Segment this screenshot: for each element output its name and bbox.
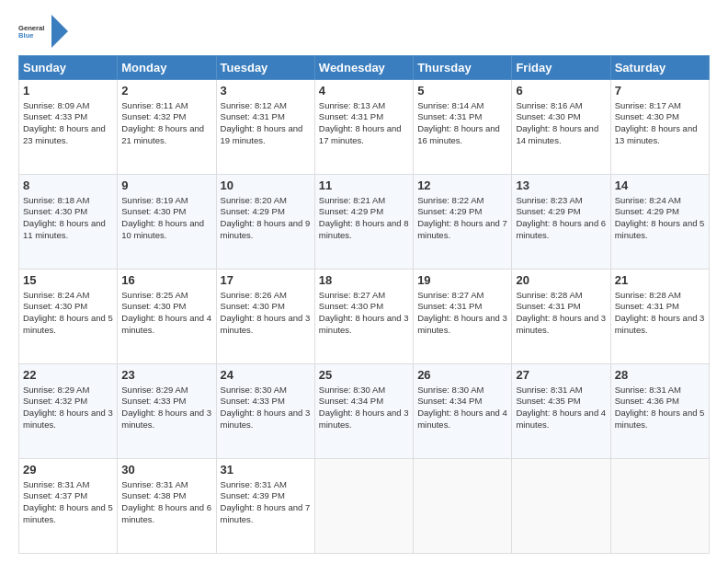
day-info-line: Sunset: 4:39 PM [221, 490, 311, 502]
day-info-line: Sunset: 4:30 PM [121, 301, 211, 313]
calendar-cell: 15Sunrise: 8:24 AMSunset: 4:30 PMDayligh… [19, 270, 118, 364]
col-header-wednesday: Wednesday [314, 56, 413, 80]
calendar-cell: 30Sunrise: 8:31 AMSunset: 4:38 PMDayligh… [118, 459, 216, 554]
day-info-line: Daylight: 8 hours and 3 minutes. [319, 408, 409, 431]
day-info-line: Sunrise: 8:26 AM [221, 290, 311, 302]
calendar-cell: 10Sunrise: 8:20 AMSunset: 4:29 PMDayligh… [216, 175, 314, 270]
day-info-line: Daylight: 8 hours and 9 minutes. [221, 218, 311, 242]
calendar-cell: 6Sunrise: 8:16 AMSunset: 4:30 PMDaylight… [512, 80, 610, 175]
day-info-line: Sunrise: 8:27 AM [417, 290, 507, 302]
day-info-line: Sunrise: 8:20 AM [221, 195, 311, 207]
calendar-cell: 28Sunrise: 8:31 AMSunset: 4:36 PMDayligh… [610, 364, 709, 459]
day-info-line: Daylight: 8 hours and 5 minutes. [23, 313, 113, 337]
day-number: 14 [615, 178, 705, 194]
day-info-line: Sunrise: 8:22 AM [417, 195, 507, 207]
page: General Blue SundayMondayTuesdayWednesda… [0, 0, 728, 563]
day-number: 29 [23, 462, 113, 478]
day-number: 30 [121, 462, 211, 478]
svg-text:Blue: Blue [18, 31, 34, 40]
calendar-cell: 3Sunrise: 8:12 AMSunset: 4:31 PMDaylight… [216, 80, 314, 175]
day-info-line: Sunset: 4:36 PM [615, 396, 705, 408]
day-info-line: Sunset: 4:30 PM [615, 111, 705, 123]
day-info-line: Sunset: 4:31 PM [417, 301, 507, 313]
calendar-cell: 27Sunrise: 8:31 AMSunset: 4:35 PMDayligh… [512, 364, 610, 459]
day-info-line: Daylight: 8 hours and 3 minutes. [319, 313, 409, 337]
col-header-sunday: Sunday [19, 56, 118, 80]
day-info-line: Sunrise: 8:19 AM [121, 195, 211, 207]
day-number: 9 [121, 178, 211, 194]
day-number: 8 [23, 178, 113, 194]
day-info-line: Sunrise: 8:31 AM [121, 479, 211, 491]
day-number: 28 [615, 367, 705, 384]
day-info-line: Daylight: 8 hours and 11 minutes. [23, 218, 113, 242]
day-number: 11 [319, 178, 409, 194]
calendar-cell: 26Sunrise: 8:30 AMSunset: 4:34 PMDayligh… [414, 364, 512, 459]
calendar-cell: 14Sunrise: 8:24 AMSunset: 4:29 PMDayligh… [610, 175, 709, 270]
calendar-cell: 11Sunrise: 8:21 AMSunset: 4:29 PMDayligh… [314, 175, 413, 270]
day-info-line: Sunset: 4:34 PM [319, 396, 409, 408]
header: General Blue [18, 15, 710, 48]
day-number: 21 [615, 272, 705, 289]
calendar-cell: 1Sunrise: 8:09 AMSunset: 4:33 PMDaylight… [19, 80, 118, 175]
day-info-line: Daylight: 8 hours and 21 minutes. [121, 123, 211, 147]
calendar-cell: 17Sunrise: 8:26 AMSunset: 4:30 PMDayligh… [216, 270, 314, 364]
day-info-line: Sunrise: 8:11 AM [121, 100, 211, 112]
day-info-line: Sunset: 4:29 PM [319, 206, 409, 218]
calendar-cell: 25Sunrise: 8:30 AMSunset: 4:34 PMDayligh… [314, 364, 413, 459]
day-info-line: Sunrise: 8:24 AM [615, 195, 705, 207]
logo: General Blue [18, 15, 68, 48]
day-info-line: Sunset: 4:30 PM [23, 301, 113, 313]
day-info-line: Sunrise: 8:12 AM [221, 100, 311, 112]
calendar-cell: 8Sunrise: 8:18 AMSunset: 4:30 PMDaylight… [19, 175, 118, 270]
day-info-line: Daylight: 8 hours and 4 minutes. [121, 313, 211, 337]
day-number: 4 [319, 83, 409, 99]
day-info-line: Sunrise: 8:21 AM [319, 195, 409, 207]
day-info-line: Daylight: 8 hours and 10 minutes. [121, 218, 211, 242]
day-info-line: Sunset: 4:33 PM [121, 396, 211, 408]
day-info-line: Daylight: 8 hours and 16 minutes. [417, 123, 507, 147]
day-number: 16 [121, 272, 211, 289]
day-info-line: Daylight: 8 hours and 5 minutes. [615, 408, 705, 431]
day-info-line: Daylight: 8 hours and 14 minutes. [516, 123, 606, 147]
day-number: 10 [221, 178, 311, 194]
day-info-line: Sunrise: 8:16 AM [516, 100, 606, 112]
day-info-line: Sunset: 4:29 PM [615, 206, 705, 218]
day-info-line: Daylight: 8 hours and 3 minutes. [221, 313, 311, 337]
day-number: 17 [221, 272, 311, 289]
day-info-line: Daylight: 8 hours and 8 minutes. [319, 218, 409, 242]
calendar-cell: 29Sunrise: 8:31 AMSunset: 4:37 PMDayligh… [19, 459, 118, 554]
day-info-line: Sunrise: 8:17 AM [615, 100, 705, 112]
calendar-cell: 20Sunrise: 8:28 AMSunset: 4:31 PMDayligh… [512, 270, 610, 364]
calendar-cell [512, 459, 610, 554]
day-info-line: Sunset: 4:38 PM [121, 490, 211, 502]
day-number: 27 [516, 367, 606, 384]
day-info-line: Sunrise: 8:13 AM [319, 100, 409, 112]
col-header-saturday: Saturday [610, 56, 709, 80]
day-info-line: Sunset: 4:32 PM [121, 111, 211, 123]
calendar-cell: 2Sunrise: 8:11 AMSunset: 4:32 PMDaylight… [118, 80, 216, 175]
week-row-3: 15Sunrise: 8:24 AMSunset: 4:30 PMDayligh… [19, 270, 710, 364]
day-info-line: Daylight: 8 hours and 13 minutes. [615, 123, 705, 147]
day-info-line: Sunset: 4:30 PM [121, 206, 211, 218]
week-row-1: 1Sunrise: 8:09 AMSunset: 4:33 PMDaylight… [19, 80, 710, 175]
day-number: 7 [615, 83, 705, 99]
day-info-line: Sunset: 4:35 PM [516, 396, 606, 408]
day-number: 5 [417, 83, 507, 99]
svg-marker-2 [51, 15, 68, 48]
day-info-line: Daylight: 8 hours and 3 minutes. [615, 313, 705, 337]
day-info-line: Sunset: 4:33 PM [221, 396, 311, 408]
day-number: 31 [221, 462, 311, 478]
day-info-line: Sunrise: 8:27 AM [319, 290, 409, 302]
week-row-5: 29Sunrise: 8:31 AMSunset: 4:37 PMDayligh… [19, 459, 710, 554]
day-info-line: Sunset: 4:30 PM [23, 206, 113, 218]
week-row-4: 22Sunrise: 8:29 AMSunset: 4:32 PMDayligh… [19, 364, 710, 459]
calendar-cell: 13Sunrise: 8:23 AMSunset: 4:29 PMDayligh… [512, 175, 610, 270]
logo-svg: General Blue [18, 15, 51, 48]
day-info-line: Sunset: 4:29 PM [221, 206, 311, 218]
calendar-cell: 21Sunrise: 8:28 AMSunset: 4:31 PMDayligh… [610, 270, 709, 364]
day-info-line: Sunrise: 8:18 AM [23, 195, 113, 207]
calendar-table: SundayMondayTuesdayWednesdayThursdayFrid… [18, 55, 710, 554]
day-info-line: Sunset: 4:34 PM [417, 396, 507, 408]
day-info-line: Sunset: 4:30 PM [516, 111, 606, 123]
day-info-line: Sunrise: 8:14 AM [417, 100, 507, 112]
